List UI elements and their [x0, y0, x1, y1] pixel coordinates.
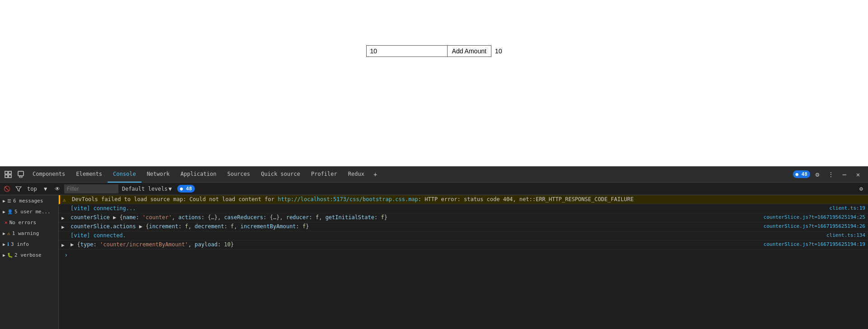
log-line-counterslice: ▶ counterSlice ▶ {name: 'counter', actio…	[59, 213, 868, 222]
tab-profiler[interactable]: Profiler	[306, 166, 343, 183]
msg-count-info: 3 info	[11, 241, 29, 247]
log-text-counterslice: counterSlice ▶ {name: 'counter', actions…	[71, 214, 760, 221]
main-content: Add Amount 10	[0, 0, 868, 166]
tab-sources[interactable]: Sources	[222, 166, 256, 183]
msg-group-verbose[interactable]: ▶ 🐛 2 verbose	[0, 249, 58, 260]
expand-icon-info: ▶	[3, 242, 5, 247]
eye-icon[interactable]: 👁	[52, 184, 62, 194]
console-main: ▶ ☰ 6 messages ▶ 👤 5 user me... ✕ No err…	[0, 195, 868, 329]
top-context-label: top	[25, 186, 39, 192]
svg-rect-2	[5, 175, 8, 178]
msg-count-verbose: 2 verbose	[14, 252, 42, 258]
input-area: Add Amount 10	[366, 45, 502, 57]
messages-sidebar: ▶ ☰ 6 messages ▶ 👤 5 user me... ✕ No err…	[0, 195, 59, 329]
person-icon: 👤	[7, 209, 13, 214]
tab-components[interactable]: Components	[27, 166, 71, 183]
add-tab-button[interactable]: +	[370, 168, 381, 181]
console-log-area: ⚠ DevTools failed to load source map: Co…	[59, 195, 868, 329]
warning-line-icon: ⚠	[63, 197, 70, 203]
log-text-action: ▶ {type: 'counter/incrementByAmount', pa…	[71, 241, 760, 248]
amount-display: 10	[495, 47, 502, 55]
info-icon: ℹ	[7, 241, 9, 247]
inspect-icon[interactable]	[2, 168, 14, 181]
expand-icon: ▶	[3, 198, 5, 203]
expand-arrow-2[interactable]: ▶	[61, 224, 69, 230]
msg-count-warnings: 1 warning	[12, 230, 39, 236]
error-count-badge: ● 48	[793, 170, 811, 178]
tab-elements[interactable]: Elements	[71, 166, 108, 183]
log-source-1[interactable]: client.ts:19	[830, 205, 865, 211]
svg-rect-1	[9, 171, 11, 174]
tab-redux[interactable]: Redux	[343, 166, 370, 183]
dropdown-arrow-icon[interactable]: ▼	[41, 184, 51, 194]
msg-group-user[interactable]: ▶ 👤 5 user me...	[0, 206, 58, 217]
svg-rect-3	[9, 175, 11, 178]
filter-icon[interactable]	[14, 184, 24, 194]
expand-icon-verbose: ▶	[3, 253, 5, 258]
tab-application[interactable]: Application	[175, 166, 222, 183]
log-text-vite-connected: [vite] connected.	[71, 232, 823, 239]
log-source-4[interactable]: client.ts:134	[826, 232, 865, 238]
close-devtools-icon[interactable]: ✕	[852, 168, 864, 181]
log-line-counterslice-actions: ▶ counterSlice.actions ▶ {increment: f, …	[59, 222, 868, 231]
console-settings-icon[interactable]: ⚙	[856, 184, 866, 194]
log-line-warning: ⚠ DevTools failed to load source map: Co…	[59, 195, 868, 204]
log-text-vite-connecting: [vite] connecting...	[71, 205, 826, 212]
log-source-5[interactable]: counterSlice.js?t=1667195625194:19	[764, 241, 865, 247]
device-icon[interactable]	[14, 168, 27, 181]
default-levels-dropdown[interactable]: Default levels ▼	[120, 186, 174, 192]
verbose-icon: 🐛	[7, 253, 13, 258]
expand-arrow-3[interactable]: ▶	[61, 242, 69, 248]
expand-arrow-1[interactable]: ▶	[61, 215, 69, 221]
error-icon: ✕	[5, 220, 8, 226]
msg-count-user: 5 user me...	[14, 209, 50, 215]
log-line-action: ▶ ▶ {type: 'counter/incrementByAmount', …	[59, 240, 868, 249]
devtools-panel: Components Elements Console Network Appl…	[0, 166, 868, 329]
svg-rect-0	[5, 171, 8, 174]
console-count-badge: ● 48	[177, 185, 195, 193]
tab-network[interactable]: Network	[142, 166, 175, 183]
console-prompt-icon[interactable]: ›	[61, 250, 71, 259]
tab-quick-source[interactable]: Quick source	[255, 166, 306, 183]
tab-console[interactable]: Console	[108, 166, 142, 183]
clear-console-icon[interactable]: 🚫	[2, 184, 12, 194]
source-map-link[interactable]: http://localhost:5173/css/bootstrap.css.…	[278, 196, 418, 202]
expand-icon-user: ▶	[3, 209, 5, 214]
msg-count-errors: No errors	[9, 220, 37, 226]
add-amount-button[interactable]: Add Amount	[448, 45, 491, 57]
console-prompt-line: ›	[59, 249, 868, 260]
log-source-2[interactable]: counterSlice.js?t=1667195625194:25	[764, 214, 865, 220]
settings-icon[interactable]: ⚙	[811, 168, 824, 181]
svg-rect-5	[19, 176, 22, 178]
log-text-counterslice-actions: counterSlice.actions ▶ {increment: f, de…	[71, 223, 760, 230]
log-line-vite-connected: [vite] connected. client.ts:134	[59, 231, 868, 240]
warning-icon: ⚠	[7, 230, 10, 236]
log-text-warning: DevTools failed to load source map: Coul…	[72, 196, 865, 202]
filter-input[interactable]	[64, 184, 118, 193]
msg-group-all[interactable]: ▶ ☰ 6 messages	[0, 195, 58, 206]
expand-icon-warnings: ▶	[3, 231, 5, 236]
customize-icon[interactable]: ⋮	[825, 168, 837, 181]
msg-group-warnings[interactable]: ▶ ⚠ 1 warning	[0, 228, 58, 239]
svg-rect-4	[18, 171, 24, 176]
list-icon: ☰	[7, 198, 11, 203]
msg-group-info[interactable]: ▶ ℹ 3 info	[0, 239, 58, 249]
msg-group-errors[interactable]: ✕ No errors	[0, 217, 58, 228]
devtools-right-icons: ● 48 ⚙ ⋮ ⋯ ✕	[793, 168, 865, 181]
msg-count-all: 6 messages	[13, 198, 43, 204]
log-source-3[interactable]: counterSlice.js?t=1667195625194:26	[764, 223, 865, 229]
devtools-tabs-bar: Components Elements Console Network Appl…	[0, 166, 868, 183]
log-line-vite-connecting: [vite] connecting... client.ts:19	[59, 204, 868, 213]
more-options-icon[interactable]: ⋯	[838, 168, 851, 181]
console-toolbar: 🚫 top ▼ 👁 Default levels ▼ ● 48 ⚙	[0, 183, 868, 195]
amount-input[interactable]	[366, 45, 448, 57]
